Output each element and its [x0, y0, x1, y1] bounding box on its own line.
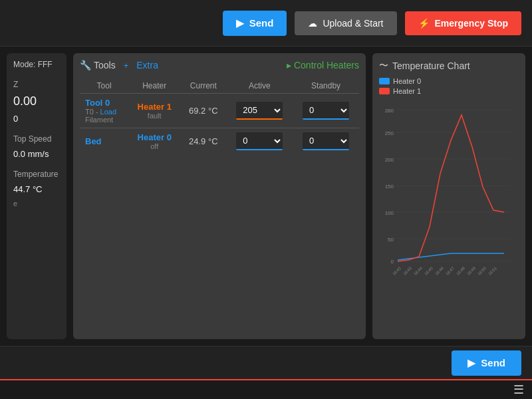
col-current-header: Current	[180, 78, 226, 94]
chart-title-text: Temperature Chart	[392, 61, 470, 71]
panel-header: 🔧 Tools + Extra ▸ Control Heaters	[80, 60, 359, 70]
svg-text:16:46: 16:46	[434, 266, 444, 276]
bed-active-cell[interactable]: 0 50 60	[226, 128, 293, 155]
emergency-label: Emergency Stop	[435, 18, 508, 29]
main-content: Mode: FFF Z 0.00 0 Top Speed 0.0 mm/s Te…	[0, 47, 532, 346]
tool0-sub1: T0 -	[85, 108, 98, 116]
legend-heater1-label: Heater 1	[393, 87, 421, 95]
tool0-heater-name: Heater 1	[134, 102, 175, 112]
legend-heater0: Heater 0	[379, 77, 519, 85]
tool0-name[interactable]: Tool 0	[85, 98, 123, 108]
svg-text:0: 0	[391, 259, 394, 265]
col-tool-header: Tool	[80, 78, 128, 94]
left-panel: Mode: FFF Z 0.00 0 Top Speed 0.0 mm/s Te…	[7, 53, 66, 339]
center-panel: 🔧 Tools + Extra ▸ Control Heaters Tool H…	[73, 53, 366, 339]
table-header-row: Tool Heater Current Active Standby	[80, 78, 359, 94]
heaters-table: Tool Heater Current Active Standby Tool …	[80, 78, 359, 154]
chart-wave-icon: 〜	[379, 60, 388, 72]
chart-area: 280 250 200 150 100 50 0	[379, 100, 512, 287]
svg-text:100: 100	[385, 210, 394, 216]
wrench-icon: 🔧	[80, 60, 91, 70]
send-top-play-icon: ▶	[236, 17, 244, 29]
svg-text:16:47: 16:47	[445, 266, 455, 276]
tool0-heater-cell: Heater 1 fault	[128, 94, 180, 128]
legend-heater0-label: Heater 0	[393, 77, 421, 85]
svg-text:16:48: 16:48	[456, 266, 466, 276]
upload-icon: ☁	[308, 18, 317, 29]
bottom-bar: ▶ Send	[0, 346, 532, 379]
extra-section-button[interactable]: Extra	[136, 60, 158, 70]
tool0-active-cell[interactable]: 205 0 180 200 210	[226, 94, 293, 128]
send-bottom-button[interactable]: ▶ Send	[452, 350, 521, 376]
chart-legend: Heater 0 Heater 1	[379, 77, 519, 95]
temperature-chart-svg: 280 250 200 150 100 50 0	[379, 100, 512, 287]
control-heaters-label: Control Heaters	[294, 60, 359, 70]
tool0-active-select[interactable]: 205 0 180 200 210	[236, 102, 283, 120]
tool0-cell: Tool 0 T0 - Load Filament	[80, 94, 128, 128]
svg-text:16:51: 16:51	[487, 266, 497, 276]
z-label: Z	[13, 80, 60, 89]
tools-label-text: Tools	[94, 60, 116, 70]
temp-value: 44.7 °C	[13, 184, 60, 194]
bed-heater-cell: Heater 0 off	[128, 128, 180, 155]
send-top-button[interactable]: ▶ Send	[223, 11, 287, 36]
legend-heater1-color	[379, 88, 390, 94]
svg-text:16:42: 16:42	[392, 266, 402, 276]
tool0-current-value: 69.2 °C	[189, 106, 218, 116]
bed-current-value: 24.9 °C	[189, 136, 218, 146]
tool0-load-link[interactable]: Load	[100, 108, 116, 116]
bolt-icon: ⚡	[418, 18, 430, 29]
tool0-filament: Filament	[85, 116, 123, 124]
col-standby-header: Standby	[293, 78, 359, 94]
legend-heater0-color	[379, 78, 390, 84]
svg-text:16:43: 16:43	[402, 266, 412, 276]
z-value: 0.00	[13, 94, 60, 108]
bed-standby-select[interactable]: 0 30	[303, 132, 349, 150]
svg-text:16:50: 16:50	[477, 266, 487, 276]
heater0-line	[398, 253, 504, 260]
send-bottom-play-icon: ▶	[467, 357, 475, 369]
speed-value: 0.0 mm/s	[13, 149, 60, 159]
footer-bar: ☰	[0, 379, 532, 399]
axis-value: 0	[13, 114, 60, 124]
svg-text:16:49: 16:49	[466, 266, 476, 276]
col-heater-header: Heater	[128, 78, 180, 94]
bed-active-select[interactable]: 0 50 60	[236, 132, 283, 150]
temp-label: Temperature	[13, 170, 60, 179]
heater1-line	[398, 115, 504, 261]
thermometer-icon: ▸	[287, 60, 291, 70]
upload-start-button[interactable]: ☁ Upload & Start	[295, 11, 396, 35]
mode-label: Mode: FFF	[13, 60, 60, 69]
chart-title-row: 〜 Temperature Chart	[379, 60, 519, 72]
tools-section-label: 🔧 Tools	[80, 60, 116, 70]
bed-current-cell: 24.9 °C	[180, 128, 226, 155]
hamburger-menu-button[interactable]: ☰	[513, 382, 524, 397]
table-row-bed: Bed Heater 0 off 24.9 °C 0 50 60	[80, 128, 359, 155]
svg-text:50: 50	[388, 237, 394, 243]
bed-name[interactable]: Bed	[85, 136, 123, 146]
svg-text:200: 200	[385, 157, 394, 163]
tool0-current-cell: 69.2 °C	[180, 94, 226, 128]
upload-label: Upload & Start	[323, 18, 383, 29]
svg-text:280: 280	[385, 108, 394, 114]
bed-heater-name: Heater 0	[134, 132, 175, 142]
tool0-heater-status: fault	[134, 112, 175, 120]
emergency-stop-button[interactable]: ⚡ Emergency Stop	[405, 11, 521, 35]
tool0-standby-select[interactable]: 0 150 180	[303, 102, 349, 120]
svg-text:250: 250	[385, 130, 394, 136]
right-panel: 〜 Temperature Chart Heater 0 Heater 1 28…	[372, 53, 525, 339]
svg-text:150: 150	[385, 184, 394, 190]
table-row-tool0: Tool 0 T0 - Load Filament Heater 1 fault…	[80, 94, 359, 128]
bed-heater-status: off	[134, 142, 175, 150]
svg-text:16:44: 16:44	[413, 266, 423, 276]
top-bar: ▶ Send ☁ Upload & Start ⚡ Emergency Stop	[0, 0, 532, 47]
bed-tool-cell: Bed	[80, 128, 128, 155]
bed-standby-cell[interactable]: 0 30	[293, 128, 359, 155]
legend-heater1: Heater 1	[379, 87, 519, 95]
tool0-standby-cell[interactable]: 0 150 180	[293, 94, 359, 128]
speed-label: Top Speed	[13, 134, 60, 144]
send-top-label: Send	[249, 17, 274, 29]
control-heaters-button[interactable]: ▸ Control Heaters	[287, 60, 359, 70]
col-active-header: Active	[226, 78, 293, 94]
extra-label: e	[13, 200, 60, 207]
